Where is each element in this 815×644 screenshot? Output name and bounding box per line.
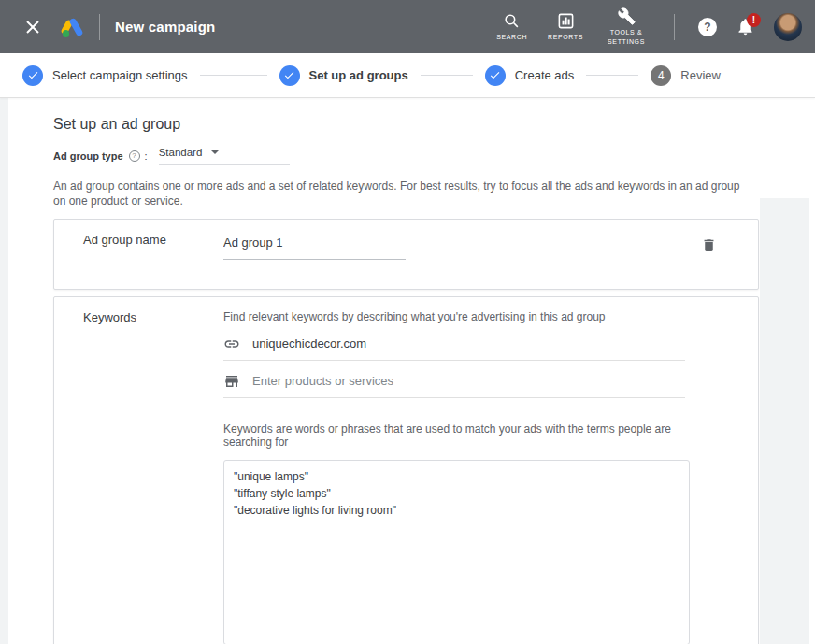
step-connector (200, 75, 267, 76)
logo-blue-bar (68, 17, 83, 36)
tools-settings-nav-button[interactable]: TOOLS & SETTINGS (604, 7, 649, 45)
keywords-find-hint: Find relevant keywords by describing wha… (223, 307, 690, 323)
step-check-circle (22, 65, 43, 86)
keywords-match-description: Keywords are words or phrases that are u… (223, 422, 690, 449)
step-label: Set up ad groups (309, 68, 408, 82)
help-icon[interactable]: ? (129, 150, 140, 162)
section-title: Set up an ad group (53, 98, 815, 133)
website-input-row (223, 327, 685, 361)
check-icon (489, 69, 501, 81)
products-input-row (223, 365, 685, 398)
header-divider (674, 14, 675, 40)
ad-group-type-select[interactable]: Standard (159, 147, 290, 165)
keywords-textarea[interactable]: "unique lamps" "tiffany style lamps" "de… (223, 460, 690, 644)
storefront-icon (223, 373, 240, 390)
step-create-ads[interactable]: Create ads (485, 65, 575, 86)
wrench-icon (618, 7, 636, 25)
search-nav-button[interactable]: SEARCH (496, 12, 527, 41)
products-services-input[interactable] (252, 374, 685, 388)
step-set-up-ad-groups[interactable]: Set up ad groups (279, 65, 408, 86)
progress-stepper: Select campaign settings Set up ad group… (0, 53, 815, 98)
link-icon (223, 336, 240, 352)
ad-group-name-label: Ad group name (83, 233, 223, 289)
close-icon (25, 20, 40, 35)
help-button[interactable]: ? (693, 13, 722, 41)
step-connector (586, 75, 638, 76)
keywords-label: Keywords (83, 307, 223, 644)
ad-group-name-input[interactable] (223, 233, 406, 260)
step-check-circle (485, 65, 506, 86)
step-review[interactable]: 4 Review (651, 65, 721, 86)
step-select-campaign-settings[interactable]: Select campaign settings (22, 65, 188, 86)
check-icon (283, 69, 295, 81)
reports-nav-label: REPORTS (548, 33, 583, 41)
notifications-button[interactable]: ! (729, 11, 761, 43)
ad-group-description: An ad group contains one or more ads and… (53, 179, 745, 208)
step-number-circle: 4 (651, 65, 671, 86)
ad-group-type-row: Ad group type ? : Standard (53, 147, 815, 165)
logo-green-dot (63, 30, 70, 37)
delete-ad-group-button[interactable] (698, 235, 719, 255)
ad-group-name-card: Ad group name (53, 219, 759, 290)
ad-group-type-value: Standard (159, 147, 203, 158)
reports-icon (557, 12, 575, 30)
tools-settings-nav-label: TOOLS & SETTINGS (604, 28, 649, 45)
trash-icon (701, 237, 717, 253)
page-title: New campaign (115, 19, 215, 35)
check-icon (27, 69, 39, 81)
search-icon (503, 12, 521, 30)
header-divider (99, 14, 100, 40)
help-icon: ? (698, 18, 717, 36)
notification-badge: ! (747, 13, 761, 27)
step-label: Create ads (515, 68, 575, 82)
keywords-card: Keywords Find relevant keywords by descr… (53, 296, 759, 644)
app-header: New campaign SEARCH REPORTS TOOLS & SETT… (0, 0, 815, 53)
step-label: Select campaign settings (52, 68, 188, 82)
step-connector (421, 75, 473, 76)
ad-group-type-separator: : (145, 150, 148, 162)
ad-group-type-label: Ad group type (53, 150, 123, 162)
search-nav-label: SEARCH (496, 33, 527, 41)
main-content: Set up an ad group Ad group type ? : Sta… (0, 98, 815, 644)
step-check-circle (279, 65, 300, 86)
reports-nav-button[interactable]: REPORTS (548, 12, 583, 41)
chevron-down-icon (211, 150, 219, 154)
close-button[interactable] (17, 11, 49, 43)
website-input[interactable] (252, 336, 685, 351)
avatar[interactable] (774, 13, 802, 41)
step-label: Review (680, 68, 721, 82)
google-ads-logo (60, 16, 84, 38)
